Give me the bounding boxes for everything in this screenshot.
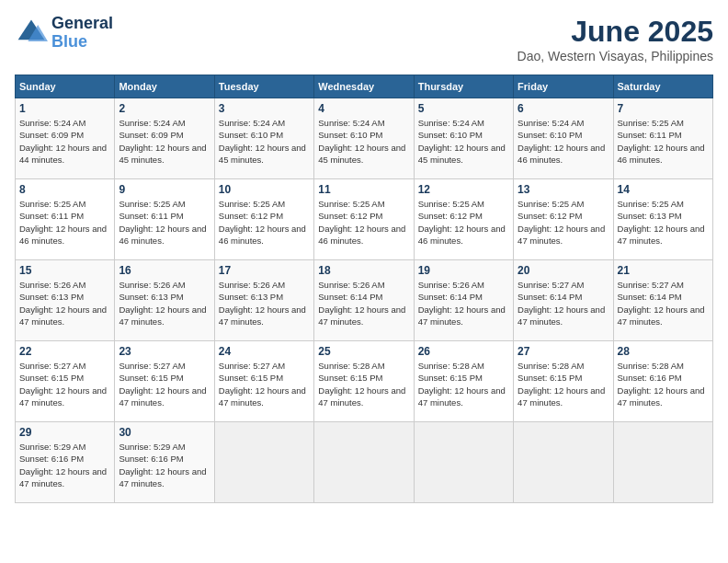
table-row: 27 Sunrise: 5:28 AMSunset: 6:15 PMDaylig… <box>514 341 613 422</box>
day-info: Sunrise: 5:26 AMSunset: 6:14 PMDaylight:… <box>418 279 509 327</box>
table-row: 15 Sunrise: 5:26 AMSunset: 6:13 PMDaylig… <box>16 260 115 341</box>
day-number: 25 <box>318 345 409 358</box>
day-info: Sunrise: 5:25 AMSunset: 6:12 PMDaylight:… <box>418 198 509 247</box>
header: General Blue June 2025 Dao, Western Visa… <box>15 15 713 63</box>
table-row: 16 Sunrise: 5:26 AMSunset: 6:13 PMDaylig… <box>115 260 214 341</box>
col-wednesday: Wednesday <box>314 75 414 98</box>
day-number: 29 <box>19 426 110 439</box>
logo: General Blue <box>15 15 113 52</box>
day-info: Sunrise: 5:25 AMSunset: 6:11 PMDaylight:… <box>618 117 709 166</box>
day-number: 18 <box>318 264 409 277</box>
day-number: 30 <box>119 426 210 439</box>
day-number: 2 <box>119 102 210 115</box>
table-row: 23 Sunrise: 5:27 AMSunset: 6:15 PMDaylig… <box>115 341 214 422</box>
table-row: 4 Sunrise: 5:24 AMSunset: 6:10 PMDayligh… <box>314 98 414 179</box>
table-row: 21 Sunrise: 5:27 AMSunset: 6:14 PMDaylig… <box>613 260 712 341</box>
day-number: 11 <box>318 183 409 196</box>
day-info: Sunrise: 5:24 AMSunset: 6:10 PMDaylight:… <box>318 117 409 166</box>
day-number: 22 <box>19 345 110 358</box>
table-row: 2 Sunrise: 5:24 AMSunset: 6:09 PMDayligh… <box>115 98 214 179</box>
table-row: 18 Sunrise: 5:26 AMSunset: 6:14 PMDaylig… <box>314 260 414 341</box>
day-number: 10 <box>219 183 310 196</box>
logo-text: General Blue <box>51 15 113 52</box>
day-number: 23 <box>119 345 210 358</box>
table-row <box>214 422 313 503</box>
col-thursday: Thursday <box>414 75 513 98</box>
table-row <box>314 422 414 503</box>
day-number: 27 <box>518 345 609 358</box>
table-row: 19 Sunrise: 5:26 AMSunset: 6:14 PMDaylig… <box>414 260 513 341</box>
day-info: Sunrise: 5:28 AMSunset: 6:15 PMDaylight:… <box>318 360 409 408</box>
day-info: Sunrise: 5:25 AMSunset: 6:11 PMDaylight:… <box>119 198 210 247</box>
day-number: 15 <box>19 264 110 277</box>
day-info: Sunrise: 5:28 AMSunset: 6:16 PMDaylight:… <box>618 360 709 408</box>
table-row <box>514 422 613 503</box>
table-row: 14 Sunrise: 5:25 AMSunset: 6:13 PMDaylig… <box>613 179 712 260</box>
day-info: Sunrise: 5:26 AMSunset: 6:13 PMDaylight:… <box>219 279 310 327</box>
day-info: Sunrise: 5:28 AMSunset: 6:15 PMDaylight:… <box>418 360 509 408</box>
day-number: 6 <box>518 102 609 115</box>
title-block: June 2025 Dao, Western Visayas, Philippi… <box>518 15 713 63</box>
day-info: Sunrise: 5:27 AMSunset: 6:15 PMDaylight:… <box>119 360 210 408</box>
day-info: Sunrise: 5:24 AMSunset: 6:10 PMDaylight:… <box>219 117 310 166</box>
table-row: 17 Sunrise: 5:26 AMSunset: 6:13 PMDaylig… <box>214 260 313 341</box>
table-row: 22 Sunrise: 5:27 AMSunset: 6:15 PMDaylig… <box>16 341 115 422</box>
day-info: Sunrise: 5:27 AMSunset: 6:14 PMDaylight:… <box>518 279 609 327</box>
day-info: Sunrise: 5:24 AMSunset: 6:10 PMDaylight:… <box>418 117 509 166</box>
day-info: Sunrise: 5:27 AMSunset: 6:15 PMDaylight:… <box>219 360 310 408</box>
table-row <box>414 422 513 503</box>
day-number: 14 <box>618 183 709 196</box>
logo-icon <box>15 17 48 50</box>
col-friday: Friday <box>514 75 613 98</box>
day-number: 24 <box>219 345 310 358</box>
day-info: Sunrise: 5:27 AMSunset: 6:15 PMDaylight:… <box>19 360 110 408</box>
day-number: 1 <box>19 102 110 115</box>
day-number: 19 <box>418 264 509 277</box>
table-row: 10 Sunrise: 5:25 AMSunset: 6:12 PMDaylig… <box>214 179 313 260</box>
day-number: 9 <box>119 183 210 196</box>
table-row: 20 Sunrise: 5:27 AMSunset: 6:14 PMDaylig… <box>514 260 613 341</box>
table-row: 8 Sunrise: 5:25 AMSunset: 6:11 PMDayligh… <box>16 179 115 260</box>
day-info: Sunrise: 5:26 AMSunset: 6:13 PMDaylight:… <box>19 279 110 327</box>
day-info: Sunrise: 5:27 AMSunset: 6:14 PMDaylight:… <box>618 279 709 327</box>
table-row: 11 Sunrise: 5:25 AMSunset: 6:12 PMDaylig… <box>314 179 414 260</box>
table-row: 7 Sunrise: 5:25 AMSunset: 6:11 PMDayligh… <box>613 98 712 179</box>
day-info: Sunrise: 5:25 AMSunset: 6:12 PMDaylight:… <box>318 198 409 247</box>
calendar-table: Sunday Monday Tuesday Wednesday Thursday… <box>15 75 713 503</box>
day-info: Sunrise: 5:25 AMSunset: 6:12 PMDaylight:… <box>219 198 310 247</box>
table-row: 28 Sunrise: 5:28 AMSunset: 6:16 PMDaylig… <box>613 341 712 422</box>
day-number: 8 <box>19 183 110 196</box>
table-row: 3 Sunrise: 5:24 AMSunset: 6:10 PMDayligh… <box>214 98 313 179</box>
table-row: 13 Sunrise: 5:25 AMSunset: 6:12 PMDaylig… <box>514 179 613 260</box>
table-row: 24 Sunrise: 5:27 AMSunset: 6:15 PMDaylig… <box>214 341 313 422</box>
day-number: 16 <box>119 264 210 277</box>
table-row: 1 Sunrise: 5:24 AMSunset: 6:09 PMDayligh… <box>16 98 115 179</box>
month-title: June 2025 <box>518 15 713 49</box>
table-row: 5 Sunrise: 5:24 AMSunset: 6:10 PMDayligh… <box>414 98 513 179</box>
col-monday: Monday <box>115 75 214 98</box>
table-row: 29 Sunrise: 5:29 AMSunset: 6:16 PMDaylig… <box>16 422 115 503</box>
day-number: 20 <box>518 264 609 277</box>
day-number: 3 <box>219 102 310 115</box>
col-sunday: Sunday <box>16 75 115 98</box>
col-tuesday: Tuesday <box>214 75 313 98</box>
day-number: 13 <box>518 183 609 196</box>
day-number: 17 <box>219 264 310 277</box>
table-row <box>613 422 712 503</box>
day-info: Sunrise: 5:29 AMSunset: 6:16 PMDaylight:… <box>119 441 210 489</box>
day-number: 21 <box>618 264 709 277</box>
day-number: 5 <box>418 102 509 115</box>
day-info: Sunrise: 5:28 AMSunset: 6:15 PMDaylight:… <box>518 360 609 408</box>
day-number: 7 <box>618 102 709 115</box>
day-info: Sunrise: 5:24 AMSunset: 6:10 PMDaylight:… <box>518 117 609 166</box>
location-subtitle: Dao, Western Visayas, Philippines <box>518 49 713 63</box>
table-row: 26 Sunrise: 5:28 AMSunset: 6:15 PMDaylig… <box>414 341 513 422</box>
day-info: Sunrise: 5:26 AMSunset: 6:13 PMDaylight:… <box>119 279 210 327</box>
table-row: 6 Sunrise: 5:24 AMSunset: 6:10 PMDayligh… <box>514 98 613 179</box>
day-info: Sunrise: 5:25 AMSunset: 6:13 PMDaylight:… <box>618 198 709 247</box>
day-info: Sunrise: 5:25 AMSunset: 6:12 PMDaylight:… <box>518 198 609 247</box>
day-info: Sunrise: 5:26 AMSunset: 6:14 PMDaylight:… <box>318 279 409 327</box>
day-number: 12 <box>418 183 509 196</box>
table-row: 25 Sunrise: 5:28 AMSunset: 6:15 PMDaylig… <box>314 341 414 422</box>
table-row: 12 Sunrise: 5:25 AMSunset: 6:12 PMDaylig… <box>414 179 513 260</box>
